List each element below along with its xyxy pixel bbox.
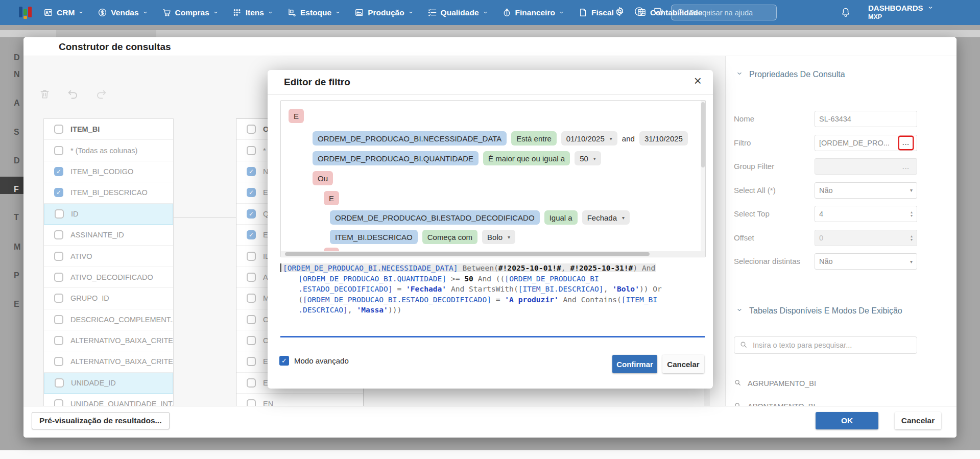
condition-operator-chip[interactable]: Começa com: [422, 230, 477, 244]
undo-icon[interactable]: [66, 87, 79, 102]
table-column-row[interactable]: GRUPO_ID: [44, 288, 173, 309]
notifications-bell-icon[interactable]: [840, 7, 851, 20]
confirm-button[interactable]: Confirmar: [612, 355, 657, 373]
advanced-mode-checkbox[interactable]: ✓ Modo avançado: [279, 356, 349, 366]
nav-menu-crm[interactable]: CRM: [43, 8, 84, 17]
available-table-item[interactable]: AGRUPAMENTO_BI: [734, 372, 816, 395]
condition-field-chip[interactable]: ORDEM_DE_PRODUCAO_BI.ESTADO_DECODIFICADO: [330, 210, 540, 225]
column-checkbox[interactable]: [55, 209, 64, 219]
column-checkbox[interactable]: [247, 336, 256, 345]
condition-field-chip[interactable]: ORDEM_DE_PRODUCAO_BI.NECESSIDADE_DATA: [313, 131, 507, 146]
filtro-ellipsis-button[interactable]: ...: [899, 137, 913, 149]
nav-menu-qualidade[interactable]: Qualidade: [427, 8, 488, 17]
spinner-arrows-icon[interactable]: ▴▾: [911, 234, 913, 241]
table-column-row[interactable]: * (Todas as colunas): [44, 140, 173, 161]
column-checkbox[interactable]: [54, 230, 63, 239]
spinner-arrows-icon[interactable]: ▴▾: [911, 210, 913, 218]
table-column-row[interactable]: DESCRICAO_COMPLEMENT...: [44, 309, 173, 330]
property-control[interactable]: [ORDEM_DE_PRO......: [815, 135, 917, 151]
table-column-row[interactable]: ALTERNATIVO_BAIXA_CRITE...: [44, 330, 173, 351]
filter-horizontal-scrollbar[interactable]: [281, 251, 705, 257]
column-checkbox[interactable]: ✓: [247, 209, 256, 219]
table-column-row[interactable]: ITEM_BI: [44, 119, 173, 140]
property-control[interactable]: ...: [815, 158, 917, 175]
column-checkbox[interactable]: [54, 125, 63, 134]
ellipsis-button[interactable]: ...: [899, 160, 913, 173]
logic-operator-chip[interactable]: E: [289, 109, 304, 123]
column-checkbox[interactable]: [54, 315, 63, 324]
delete-icon[interactable]: [39, 88, 51, 102]
column-checkbox[interactable]: [54, 273, 63, 282]
help-icon[interactable]: [634, 6, 644, 19]
column-checkbox[interactable]: [54, 357, 63, 366]
column-checkbox[interactable]: [247, 315, 256, 324]
condition-operator-chip[interactable]: Igual a: [544, 210, 578, 225]
table-column-row[interactable]: ASSINANTE_ID: [44, 225, 173, 246]
column-checkbox[interactable]: [247, 146, 256, 155]
condition-field-chip[interactable]: ORDEM_DE_PRODUCAO_BI.QUANTIDADE: [313, 151, 479, 165]
table-column-row[interactable]: ATIVO: [44, 246, 173, 267]
logic-operator-chip[interactable]: Ou: [313, 171, 333, 185]
column-checkbox[interactable]: [247, 273, 256, 282]
nav-menu-compras[interactable]: Compras: [162, 8, 219, 17]
ok-button[interactable]: OK: [816, 412, 878, 429]
condition-value-chip[interactable]: Bolo▾: [482, 230, 515, 244]
column-checkbox[interactable]: [247, 252, 256, 261]
column-checkbox[interactable]: ✓: [54, 188, 63, 197]
available-table-item[interactable]: APONTAMENTO_BI: [734, 395, 815, 406]
section-available-tables[interactable]: Tabelas Disponíveis E Modos De Exibição: [736, 306, 902, 316]
section-query-properties[interactable]: Propriedades De Consulta: [736, 70, 845, 79]
help-search-input[interactable]: Pesquisar na ajuda: [671, 5, 777, 20]
table-column-row[interactable]: ATIVO_DECODIFICADO: [44, 267, 173, 288]
column-checkbox[interactable]: [247, 357, 256, 366]
table-column-row[interactable]: UNIDADE_ID: [44, 373, 173, 394]
property-control[interactable]: 0▴▾: [815, 230, 917, 246]
column-checkbox[interactable]: [54, 336, 63, 345]
preview-results-button[interactable]: Pré-visualização de resultados...: [32, 412, 170, 429]
column-checkbox[interactable]: [247, 294, 256, 303]
column-checkbox[interactable]: ✓: [54, 167, 63, 176]
property-control[interactable]: SL-63434: [815, 111, 917, 127]
column-checkbox[interactable]: ✓: [247, 167, 256, 176]
condition-value-chip[interactable]: 50▾: [575, 151, 601, 165]
table-column-row[interactable]: ✓ITEM_BI_DESCRICAO: [44, 182, 173, 203]
column-checkbox[interactable]: [54, 294, 63, 303]
column-checkbox[interactable]: [55, 378, 64, 388]
app-logo[interactable]: [19, 5, 32, 22]
nav-menu-vendas[interactable]: Vendas: [98, 8, 148, 17]
condition-value-chip[interactable]: Fechada▾: [582, 210, 630, 225]
filter-cancel-button[interactable]: Cancelar: [662, 355, 704, 373]
property-control[interactable]: Não▾: [815, 253, 917, 270]
filter-expression-editor[interactable]: [ORDEM_DE_PRODUCAO_BI.NECESSIDADE_DATA] …: [280, 263, 705, 336]
logic-operator-chip[interactable]: E: [324, 191, 339, 205]
close-icon[interactable]: ×: [694, 74, 702, 87]
column-checkbox[interactable]: [54, 146, 63, 155]
condition-operator-chip[interactable]: É maior que ou igual a: [483, 151, 570, 165]
builder-cancel-button[interactable]: Cancelar: [895, 412, 941, 429]
account-menu[interactable]: DASHBOARDS MXP: [868, 4, 934, 20]
column-checkbox[interactable]: [247, 125, 256, 134]
property-control[interactable]: Não▾: [815, 182, 917, 199]
nav-menu-estoque[interactable]: Estoque: [287, 8, 341, 17]
column-checkbox[interactable]: [54, 252, 63, 261]
column-label: ATIVO_DECODIFICADO: [70, 273, 153, 281]
table-column-row[interactable]: ✓ITEM_BI_CODIGO: [44, 161, 173, 182]
condition-operator-chip[interactable]: Está entre: [511, 131, 556, 146]
column-checkbox[interactable]: ✓: [247, 188, 256, 197]
condition-value-chip[interactable]: 01/10/2025▾: [561, 131, 617, 146]
table-column-row[interactable]: ALTERNATIVO_BAIXA_CRITE...: [44, 351, 173, 372]
table-column-row[interactable]: ID: [44, 204, 173, 225]
chat-icon[interactable]: [653, 6, 664, 19]
column-checkbox[interactable]: ✓: [247, 230, 256, 239]
redo-icon[interactable]: [95, 87, 108, 102]
condition-field-chip[interactable]: ITEM_BI.DESCRICAO: [330, 230, 418, 244]
property-control[interactable]: 4▴▾: [815, 206, 917, 222]
condition-value-chip[interactable]: 31/10/2025: [639, 131, 688, 146]
nav-menu-producao[interactable]: Produção: [354, 8, 413, 17]
column-checkbox[interactable]: [247, 378, 256, 388]
filter-vertical-scrollbar[interactable]: [701, 101, 705, 251]
nav-menu-financeiro[interactable]: Financeiro: [502, 8, 564, 17]
tables-search-input[interactable]: Insira o texto para pesquisar...: [734, 336, 917, 354]
nav-menu-itens[interactable]: Itens: [232, 8, 273, 17]
settings-icon[interactable]: [614, 6, 625, 19]
